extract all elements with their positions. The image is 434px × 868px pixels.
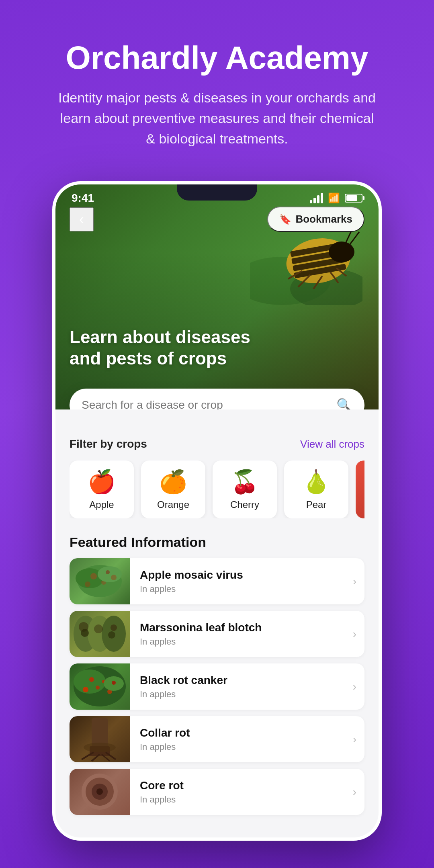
disease-thumbnail-2 — [70, 663, 130, 710]
signal-bar-3 — [317, 195, 319, 203]
svg-point-33 — [89, 677, 94, 682]
bookmarks-button[interactable]: 🔖 Bookmarks — [267, 207, 364, 232]
crop-chip-cherry[interactable]: 🍒 Cherry — [213, 461, 277, 518]
chevron-right-icon-3: › — [353, 733, 364, 746]
crop-chips-list: 🍎 Apple 🍊 Orange 🍒 Cherry 🍐 Pear — [70, 461, 364, 518]
disease-item-3[interactable]: Collar rot In apples › — [70, 716, 364, 762]
svg-point-20 — [98, 566, 122, 582]
signal-bars-icon — [310, 193, 323, 203]
hero-text-block: Learn about diseasesand pests of crops — [70, 327, 364, 369]
disease-item-4[interactable]: Core rot In apples › — [70, 769, 364, 815]
disease-name-4: Core rot — [140, 779, 343, 792]
svg-point-32 — [74, 669, 106, 694]
disease-item-0[interactable]: Apple mosaic virus In apples › — [70, 558, 364, 604]
search-bar: 🔍 — [70, 389, 364, 409]
page-subtitle: Identity major pests & diseases in your … — [56, 88, 378, 149]
disease-name-3: Collar rot — [140, 727, 343, 739]
disease-thumbnail-1 — [70, 611, 130, 657]
pear-emoji: 🍐 — [302, 469, 330, 495]
disease-thumbnail-3 — [70, 716, 130, 762]
search-container: 🔍 — [70, 389, 364, 409]
apple-emoji: 🍎 — [88, 469, 116, 495]
crop-chip-partial — [356, 461, 364, 518]
svg-point-30 — [111, 624, 117, 631]
disease-name-1: Marssonina leaf blotch — [140, 621, 343, 634]
svg-point-27 — [81, 629, 89, 637]
cherry-emoji: 🍒 — [231, 469, 259, 495]
featured-info-title: Featured Information — [70, 534, 364, 550]
svg-point-50 — [96, 788, 103, 795]
svg-point-29 — [108, 631, 115, 639]
signal-bar-1 — [310, 200, 312, 203]
disease-info-2: Black rot canker In apples — [130, 666, 353, 708]
hero-nav: ‹ 🔖 Bookmarks — [55, 207, 379, 232]
status-icons: 📶 — [310, 192, 362, 204]
phone-frame: 9:41 📶 — [52, 181, 382, 841]
battery-fill — [346, 195, 357, 201]
disease-subtitle-1: In apples — [140, 637, 343, 647]
crop-chip-pear[interactable]: 🍐 Pear — [284, 461, 348, 518]
pear-label: Pear — [306, 499, 327, 510]
bookmarks-label: Bookmarks — [295, 213, 352, 225]
bookmark-icon: 🔖 — [279, 214, 291, 225]
hero-section: ‹ 🔖 Bookmarks Learn about diseasesand pe… — [55, 184, 379, 409]
orange-emoji: 🍊 — [159, 469, 187, 495]
disease-info-1: Marssonina leaf blotch In apples — [130, 613, 353, 655]
search-input[interactable] — [82, 399, 336, 409]
signal-bar-4 — [321, 193, 323, 203]
svg-point-35 — [83, 687, 88, 692]
crop-chip-orange[interactable]: 🍊 Orange — [141, 461, 205, 518]
disease-name-0: Apple mosaic virus — [140, 569, 343, 581]
crop-chip-apple[interactable]: 🍎 Apple — [70, 461, 134, 518]
svg-point-22 — [111, 575, 117, 580]
apple-label: Apple — [89, 499, 114, 510]
signal-bar-2 — [313, 198, 316, 203]
disease-subtitle-3: In apples — [140, 742, 343, 752]
disease-item-2[interactable]: Black rot canker In apples › — [70, 663, 364, 710]
disease-info-3: Collar rot In apples — [130, 719, 353, 760]
phone-notch — [177, 184, 257, 201]
disease-thumbnail-0 — [70, 558, 130, 604]
svg-point-46 — [84, 743, 116, 752]
disease-info-0: Apple mosaic virus In apples — [130, 561, 353, 602]
disease-name-2: Black rot canker — [140, 674, 343, 687]
svg-point-19 — [85, 581, 90, 587]
disease-subtitle-0: In apples — [140, 584, 343, 594]
search-icon: 🔍 — [336, 397, 352, 409]
status-time: 9:41 — [72, 192, 94, 205]
disease-item-1[interactable]: Marssonina leaf blotch In apples › — [70, 611, 364, 657]
chevron-right-icon-4: › — [353, 786, 364, 798]
svg-point-21 — [106, 570, 110, 574]
svg-point-34 — [96, 686, 100, 690]
svg-point-39 — [112, 681, 116, 685]
filter-header: Filter by crops View all crops — [70, 438, 364, 450]
page-title: Orchardly Academy — [66, 40, 368, 76]
back-button[interactable]: ‹ — [70, 207, 94, 231]
wifi-icon: 📶 — [328, 192, 340, 204]
svg-point-28 — [94, 624, 103, 633]
battery-icon — [345, 194, 362, 203]
back-chevron-icon: ‹ — [79, 211, 84, 228]
cherry-label: Cherry — [230, 499, 259, 510]
content-area: Filter by crops View all crops 🍎 Apple 🍊… — [55, 409, 379, 837]
svg-point-17 — [90, 573, 97, 579]
disease-info-4: Core rot In apples — [130, 771, 353, 813]
filter-by-crops-label: Filter by crops — [70, 438, 147, 450]
chevron-right-icon-0: › — [353, 575, 364, 588]
chevron-right-icon-2: › — [353, 680, 364, 693]
view-all-crops-link[interactable]: View all crops — [300, 438, 364, 450]
orange-label: Orange — [157, 499, 189, 510]
hero-title: Learn about diseasesand pests of crops — [70, 327, 364, 369]
disease-thumbnail-4 — [70, 769, 130, 815]
disease-subtitle-2: In apples — [140, 689, 343, 700]
chevron-right-icon-1: › — [353, 628, 364, 641]
disease-subtitle-4: In apples — [140, 794, 343, 805]
